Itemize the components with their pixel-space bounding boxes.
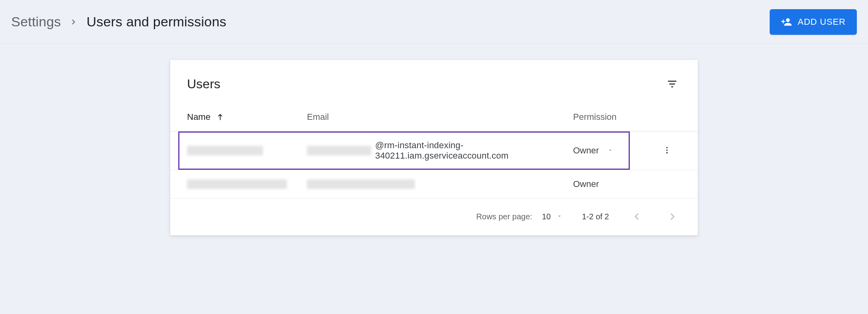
rows-per-page-value: 10 <box>542 212 551 221</box>
add-user-button[interactable]: ADD USER <box>770 9 857 35</box>
caret-down-icon <box>607 145 613 156</box>
column-header-permission[interactable]: Permission <box>573 112 617 122</box>
svg-point-8 <box>666 152 668 153</box>
filter-button[interactable] <box>663 75 681 93</box>
permission-value: Owner <box>573 145 599 156</box>
users-card: Users Name <box>170 60 698 235</box>
svg-rect-4 <box>669 83 675 85</box>
chevron-right-icon <box>70 18 78 26</box>
rows-per-page-label: Rows per page: <box>476 212 532 221</box>
redacted-name <box>187 179 287 189</box>
filter-list-icon <box>667 78 678 89</box>
chevron-left-icon <box>631 211 642 222</box>
column-header-name[interactable]: Name <box>187 112 211 122</box>
table-row: @rm-instant-indexing-340211.iam.gservice… <box>170 131 698 170</box>
breadcrumb-root[interactable]: Settings <box>11 14 61 30</box>
permission-value: Owner <box>573 179 599 189</box>
table-row: Owner <box>170 170 698 199</box>
sort-ascending-icon <box>216 113 224 121</box>
svg-point-7 <box>666 149 668 151</box>
prev-page-button[interactable] <box>628 208 645 225</box>
permission-dropdown[interactable]: Owner <box>573 145 613 156</box>
redacted-email <box>307 179 415 189</box>
add-user-label: ADD USER <box>798 17 846 27</box>
redacted-email-prefix <box>307 146 371 155</box>
column-header-email[interactable]: Email <box>307 112 329 122</box>
redacted-name <box>187 146 263 155</box>
svg-rect-5 <box>671 86 673 87</box>
svg-rect-2 <box>783 20 784 23</box>
chevron-right-icon <box>667 211 678 222</box>
svg-rect-3 <box>668 81 677 82</box>
next-page-button[interactable] <box>664 208 681 225</box>
breadcrumb: Settings Users and permissions <box>11 14 226 30</box>
pagination: Rows per page: 10 1-2 of 2 <box>170 199 698 235</box>
person-add-icon <box>781 16 792 28</box>
card-title: Users <box>187 77 221 91</box>
row-actions-button[interactable] <box>659 143 675 159</box>
more-vert-icon <box>663 150 671 156</box>
svg-point-0 <box>786 18 790 22</box>
rows-per-page-select[interactable]: 10 <box>542 212 563 221</box>
page-range: 1-2 of 2 <box>582 212 609 221</box>
email-suffix: @rm-instant-indexing-340211.iam.gservice… <box>375 140 573 161</box>
svg-point-6 <box>666 147 668 148</box>
breadcrumb-current: Users and permissions <box>86 14 226 30</box>
caret-down-icon <box>556 212 563 221</box>
